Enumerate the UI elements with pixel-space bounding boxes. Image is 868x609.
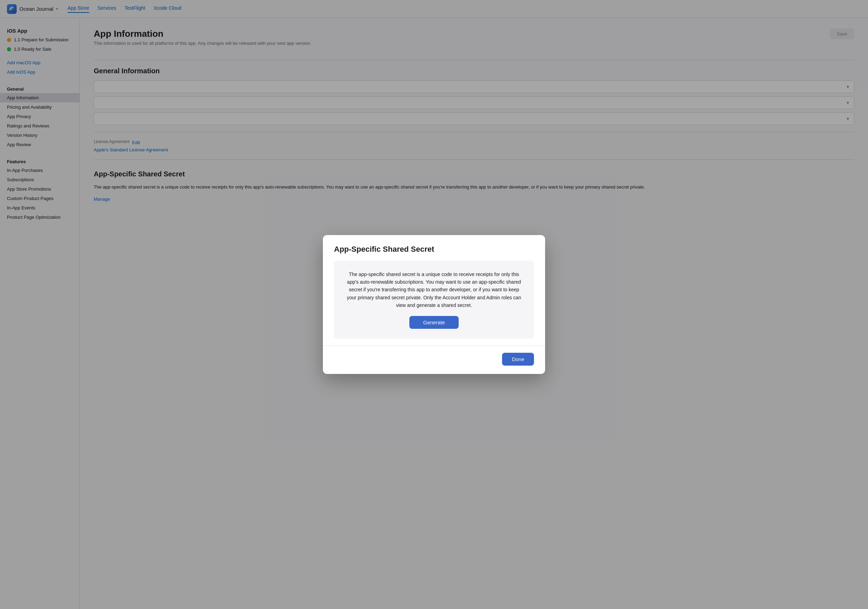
- modal-footer: Done: [323, 346, 545, 374]
- done-button[interactable]: Done: [502, 353, 534, 366]
- modal-body: The app-specific shared secret is a uniq…: [323, 261, 545, 339]
- modal-info-box: The app-specific shared secret is a uniq…: [334, 261, 534, 339]
- modal-dialog: App-Specific Shared Secret The app-speci…: [323, 235, 545, 374]
- modal-title: App-Specific Shared Secret: [334, 245, 534, 254]
- modal-info-text: The app-specific shared secret is a uniq…: [345, 270, 523, 309]
- modal-header: App-Specific Shared Secret: [323, 235, 545, 261]
- modal-overlay: App-Specific Shared Secret The app-speci…: [0, 0, 868, 609]
- generate-button[interactable]: Generate: [409, 316, 459, 329]
